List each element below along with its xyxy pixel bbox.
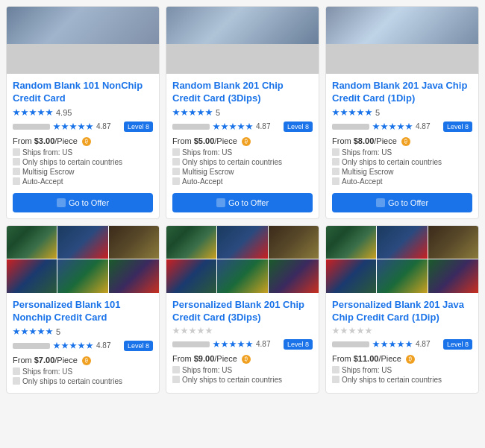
star-icon [53, 123, 60, 130]
star-icon [221, 123, 228, 130]
mosaic-cell [217, 259, 267, 293]
card-image-top [7, 7, 159, 44]
star-icon [372, 341, 380, 348]
star-icon [332, 109, 340, 116]
star-icon [78, 342, 85, 350]
ships-to-text: Only ships to certain countries [182, 376, 282, 384]
seller-rating: 4.87 [96, 122, 110, 130]
level-badge: Level 8 [284, 339, 313, 350]
price-row: From $7.00/Piece ₿ [13, 356, 153, 365]
seller-rating: 4.87 [416, 122, 430, 130]
card-body: Random Blank 201 Java Chip Credit Card (… [326, 74, 478, 218]
star-icon [13, 109, 20, 116]
go-to-offer-button[interactable]: Go to Offer [172, 193, 313, 212]
star-icon [61, 123, 69, 130]
ships-from-row: Ships from: US [172, 366, 313, 374]
star-icon [13, 328, 20, 335]
card-image [166, 226, 319, 293]
product-card: Random Blank 201 Java Chip Credit Card (… [325, 6, 479, 219]
ships-to-icon [172, 376, 180, 383]
mosaic-cell [428, 226, 478, 259]
ships-to-icon [13, 158, 20, 165]
mosaic-cell [109, 259, 159, 293]
card-image-top [166, 7, 319, 44]
star-icon [221, 341, 228, 348]
card-title[interactable]: Random Blank 201 Java Chip Credit Card (… [332, 80, 472, 105]
card-title[interactable]: Random Blank 201 Chip Credit Card (3Dips… [172, 80, 313, 105]
star-icon [213, 341, 220, 348]
star-icon [365, 327, 372, 335]
mosaic-cell [217, 226, 267, 259]
auto-accept-icon [13, 177, 20, 185]
seller-bar [13, 124, 50, 130]
currency-icon: ₿ [406, 355, 415, 364]
product-card: Personalized Blank 201 Chip Credit Card … [166, 225, 319, 394]
price-row: From $8.00/Piece ₿ [332, 136, 472, 146]
card-body: Random Blank 201 Chip Credit Card (3Dips… [166, 74, 319, 218]
escrow-text: Multisig Escrow [182, 168, 234, 176]
price: $9.00 [194, 354, 215, 363]
seller-rating: 4.87 [416, 340, 430, 348]
ships-to-text: Only ships to certain countries [22, 158, 122, 166]
price-row: From $3.00/Piece ₿ [13, 136, 153, 146]
seller-row: 4.87 Level 8 [13, 122, 153, 132]
escrow-icon [13, 168, 20, 175]
ships-to-row: Only ships to certain countries [172, 376, 313, 384]
go-to-offer-button[interactable]: Go to Offer [332, 193, 472, 212]
mosaic-cell [326, 226, 376, 259]
star-icon [181, 327, 188, 335]
card-body: Random Blank 101 NonChip Credit Card 4.9… [7, 74, 159, 218]
star-icon [29, 109, 37, 116]
escrow-row: Multisig Escrow [13, 168, 153, 176]
mosaic-cell [109, 226, 159, 259]
ships-to-row: Only ships to certain countries [332, 376, 472, 384]
ships-to-row: Only ships to certain countries [332, 158, 472, 166]
auto-accept-text: Auto-Accept [342, 177, 382, 186]
price: $8.00 [354, 136, 375, 145]
star-icon [372, 123, 380, 130]
ships-from-text: Ships from: US [182, 366, 232, 374]
card-title[interactable]: Personalized Blank 101 Nonchip Credit Ca… [13, 299, 153, 324]
auto-accept-row: Auto-Accept [172, 177, 313, 186]
ships-from-row: Ships from: US [332, 366, 472, 374]
mosaic-cell [377, 259, 427, 293]
ships-from-row: Ships from: US [332, 148, 472, 157]
star-icon [348, 109, 356, 116]
mosaic-cell [57, 226, 107, 259]
seller-row: 4.87 Level 8 [13, 341, 153, 351]
level-badge: Level 8 [443, 339, 472, 350]
card-title[interactable]: Personalized Blank 201 Chip Credit Card … [172, 299, 313, 324]
star-icon [237, 123, 245, 130]
star-icon [21, 109, 28, 116]
go-to-offer-button[interactable]: Go to Offer [13, 193, 153, 212]
product-grid: Random Blank 101 NonChip Credit Card 4.9… [0, 0, 485, 400]
mosaic-cell [7, 259, 57, 293]
star-icon [237, 341, 245, 348]
star-icon [229, 123, 237, 130]
star-icon [86, 342, 93, 350]
offer-btn-label: Go to Offer [228, 198, 269, 207]
offer-btn-icon [376, 198, 385, 207]
star-icon [381, 123, 388, 130]
card-title[interactable]: Personalized Blank 201 Java Chip Credit … [332, 299, 472, 324]
price: $3.00 [34, 136, 55, 145]
star-icon [46, 109, 53, 116]
title-rating: 4.95 [56, 108, 72, 117]
seller-rating: 4.87 [96, 341, 110, 350]
seller-rating: 4.87 [256, 340, 270, 348]
ships-from-text: Ships from: US [182, 148, 232, 157]
seller-bar [332, 341, 369, 347]
mosaic-cell [166, 259, 216, 293]
star-icon [389, 341, 396, 348]
star-icon [357, 109, 364, 116]
card-title[interactable]: Random Blank 101 NonChip Credit Card [13, 80, 153, 105]
title-rating-row: 4.95 [13, 108, 153, 117]
mosaic-cell [7, 226, 57, 259]
ships-from-text: Ships from: US [342, 148, 392, 157]
star-icon [37, 328, 45, 335]
ships-from-text: Ships from: US [22, 148, 72, 157]
mosaic-cell [377, 226, 427, 259]
escrow-row: Multisig Escrow [332, 168, 472, 176]
ships-to-text: Only ships to certain countries [342, 376, 442, 384]
ships-to-icon [172, 158, 180, 165]
